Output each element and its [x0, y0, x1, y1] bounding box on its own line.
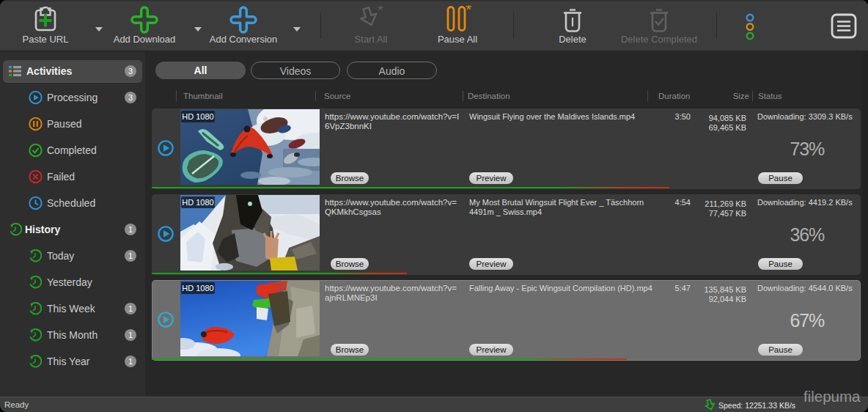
svg-text:*: *	[378, 6, 383, 18]
svg-text:*: *	[466, 5, 471, 18]
